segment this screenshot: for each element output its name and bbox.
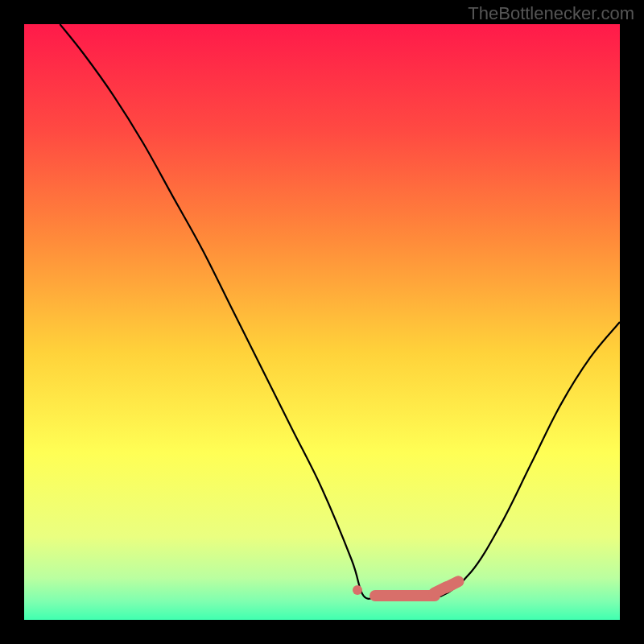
bottleneck-curve <box>24 24 620 620</box>
chart-plot-area <box>24 24 620 620</box>
scatter-dot <box>353 585 362 595</box>
attribution-text: TheBottlenecker.com <box>468 3 634 24</box>
